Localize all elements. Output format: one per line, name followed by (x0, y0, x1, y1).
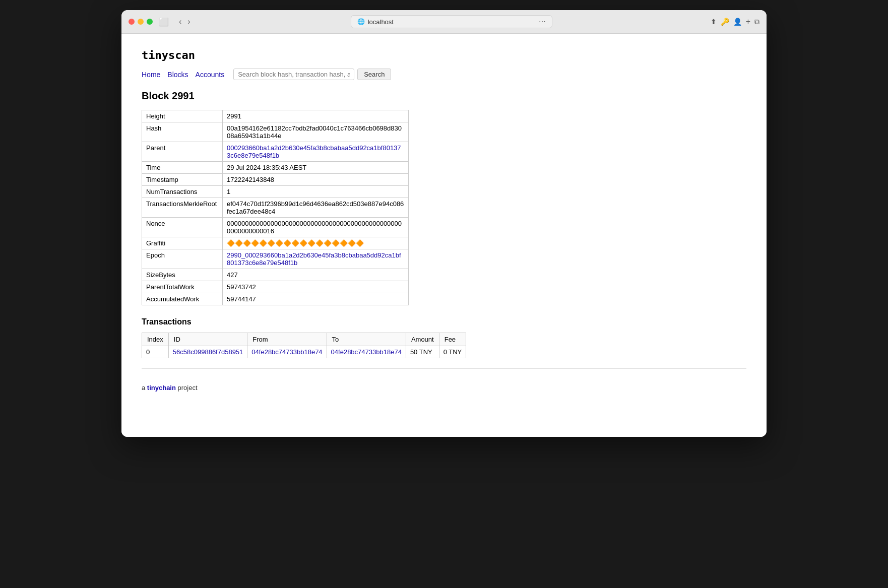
globe-icon: 🌐 (357, 18, 365, 25)
block-info-row: Height2991 (142, 110, 409, 122)
tx-amount: 50 TNY (406, 346, 439, 358)
tabs-button[interactable]: ⧉ (754, 18, 759, 26)
address-bar: 🌐 localhost ⋯ (198, 15, 706, 28)
url-text: localhost (368, 18, 394, 26)
block-field-key: Hash (142, 122, 223, 142)
block-field-value: 00a1954162e61182cc7bdb2fad0040c1c763466c… (223, 122, 409, 142)
block-info-row: Timestamp1722242143848 (142, 174, 409, 186)
block-field-value: 29 Jul 2024 18:35:43 AEST (223, 162, 409, 174)
tx-index: 0 (142, 346, 169, 358)
block-field-key: ParentTotalWork (142, 281, 223, 293)
tx-column-header: Index (142, 333, 169, 346)
traffic-lights (129, 19, 153, 25)
url-display[interactable]: 🌐 localhost ⋯ (351, 15, 552, 28)
block-heading: Block 2991 (142, 90, 746, 102)
block-field-key: Nonce (142, 218, 223, 237)
site-title: tinyscan (142, 49, 746, 61)
password-manager-button[interactable]: 🔑 (721, 18, 729, 26)
block-field-key: Graffiti (142, 237, 223, 249)
block-field-value: 🔶🔶🔶🔶🔶🔶🔶🔶🔶🔶🔶🔶🔶🔶🔶🔶🔶 (223, 237, 409, 249)
block-info-row: NumTransactions1 (142, 186, 409, 198)
footer-divider (142, 368, 746, 369)
block-info-row: ParentTotalWork59743742 (142, 281, 409, 293)
tx-id-link[interactable]: 56c58c099886f7d58951 (173, 348, 243, 356)
more-options-icon[interactable]: ⋯ (539, 18, 546, 26)
new-tab-button[interactable]: + (746, 17, 750, 26)
browser-nav-controls: ‹ › (177, 17, 193, 27)
block-field-link[interactable]: 2990_000293660ba1a2d2b630e45fa3b8cbabaa5… (227, 251, 401, 267)
transactions-heading: Transactions (142, 317, 746, 326)
nav-blocks[interactable]: Blocks (167, 71, 188, 79)
browser-actions: ⬆ 🔑 👤 + ⧉ (711, 17, 759, 26)
block-field-key: SizeBytes (142, 269, 223, 281)
profile-button[interactable]: 👤 (733, 18, 742, 26)
nav-home[interactable]: Home (142, 71, 160, 79)
block-field-value: 59744147 (223, 293, 409, 305)
back-button[interactable]: ‹ (177, 17, 183, 27)
block-info-table: Height2991Hash00a1954162e61182cc7bdb2fad… (142, 110, 409, 305)
search-button[interactable]: Search (357, 69, 391, 80)
share-button[interactable]: ⬆ (711, 18, 717, 26)
block-field-key: Time (142, 162, 223, 174)
block-field-link[interactable]: 000293660ba1a2d2b630e45fa3b8cbabaa5dd92c… (227, 144, 401, 159)
block-field-key: Height (142, 110, 223, 122)
block-field-value: 1722242143848 (223, 174, 409, 186)
block-info-row: Graffiti🔶🔶🔶🔶🔶🔶🔶🔶🔶🔶🔶🔶🔶🔶🔶🔶🔶 (142, 237, 409, 249)
block-info-row: Time29 Jul 2024 18:35:43 AEST (142, 162, 409, 174)
block-info-row: Epoch2990_000293660ba1a2d2b630e45fa3b8cb… (142, 249, 409, 269)
nav-accounts[interactable]: Accounts (196, 71, 225, 79)
block-field-key: Parent (142, 142, 223, 162)
tx-to-link[interactable]: 04fe28bc74733bb18e74 (331, 348, 402, 356)
browser-window: ⬜ ‹ › 🌐 localhost ⋯ ⬆ 🔑 👤 + ⧉ tinyscan H… (121, 10, 767, 437)
tx-column-header: To (327, 333, 406, 346)
block-info-row: AccumulatedWork59744147 (142, 293, 409, 305)
forward-button[interactable]: › (185, 17, 192, 27)
browser-chrome: ⬜ ‹ › 🌐 localhost ⋯ ⬆ 🔑 👤 + ⧉ (121, 10, 767, 34)
block-field-value: ef0474c70d1f2396b99d1c96d4636ea862cd503e… (223, 198, 409, 218)
tx-to-cell: 04fe28bc74733bb18e74 (327, 346, 406, 358)
tx-table-header-row: IndexIDFromToAmountFee (142, 333, 466, 346)
close-traffic-light[interactable] (129, 19, 135, 25)
tx-column-header: Fee (439, 333, 466, 346)
block-field-value: 000293660ba1a2d2b630e45fa3b8cbabaa5dd92c… (223, 142, 409, 162)
block-field-value: 59743742 (223, 281, 409, 293)
footer-prefix: a (142, 384, 147, 391)
block-info-row: Hash00a1954162e61182cc7bdb2fad0040c1c763… (142, 122, 409, 142)
block-info-row: TransactionsMerkleRootef0474c70d1f2396b9… (142, 198, 409, 218)
footer-suffix: project (176, 384, 198, 391)
block-field-value: 2991 (223, 110, 409, 122)
block-field-key: Epoch (142, 249, 223, 269)
sidebar-toggle-button[interactable]: ⬜ (158, 16, 170, 28)
fullscreen-traffic-light[interactable] (147, 19, 153, 25)
search-form: Search (233, 69, 391, 80)
tx-id-cell: 56c58c099886f7d58951 (168, 346, 247, 358)
block-field-value: 2990_000293660ba1a2d2b630e45fa3b8cbabaa5… (223, 249, 409, 269)
tinychain-link[interactable]: tinychain (147, 384, 176, 391)
block-info-row: SizeBytes427 (142, 269, 409, 281)
block-field-value: 427 (223, 269, 409, 281)
block-info-row: Nonce00000000000000000000000000000000000… (142, 218, 409, 237)
block-field-value: 1 (223, 186, 409, 198)
block-field-key: NumTransactions (142, 186, 223, 198)
tx-fee: 0 TNY (439, 346, 466, 358)
tx-column-header: ID (168, 333, 247, 346)
page-content: tinyscan Home Blocks Accounts Search Blo… (121, 34, 767, 437)
search-input[interactable] (233, 69, 354, 80)
block-field-key: AccumulatedWork (142, 293, 223, 305)
tx-column-header: From (247, 333, 327, 346)
block-field-key: Timestamp (142, 174, 223, 186)
navigation-bar: Home Blocks Accounts Search (142, 69, 746, 80)
minimize-traffic-light[interactable] (138, 19, 144, 25)
page-footer: a tinychain project (142, 384, 746, 391)
transactions-table: IndexIDFromToAmountFee 056c58c099886f7d5… (142, 333, 466, 358)
tx-from-link[interactable]: 04fe28bc74733bb18e74 (251, 348, 322, 356)
block-field-key: TransactionsMerkleRoot (142, 198, 223, 218)
tx-table-row: 056c58c099886f7d5895104fe28bc74733bb18e7… (142, 346, 466, 358)
tx-column-header: Amount (406, 333, 439, 346)
block-info-row: Parent000293660ba1a2d2b630e45fa3b8cbabaa… (142, 142, 409, 162)
tx-from-cell: 04fe28bc74733bb18e74 (247, 346, 327, 358)
block-field-value: 0000000000000000000000000000000000000000… (223, 218, 409, 237)
